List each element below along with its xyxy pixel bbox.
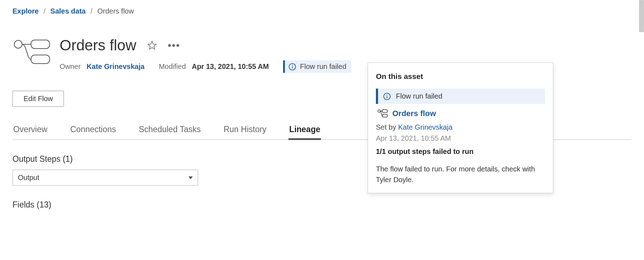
- svg-rect-13: [382, 114, 387, 117]
- popover-status-text: Flow run failed: [396, 92, 442, 100]
- favorite-star-icon[interactable]: [147, 40, 157, 50]
- svg-rect-1: [31, 40, 50, 49]
- svg-rect-12: [382, 110, 387, 112]
- tab-connections[interactable]: Connections: [70, 125, 117, 139]
- breadcrumb: Explore / Sales data / Orders flow: [12, 7, 632, 15]
- svg-rect-2: [31, 55, 50, 64]
- status-chip-text: Flow run failed: [300, 62, 346, 71]
- flow-icon: [377, 109, 388, 118]
- chevron-down-icon: [188, 176, 193, 179]
- modified-value: Apr 13, 2021, 10:55 AM: [192, 62, 269, 70]
- tab-overview[interactable]: Overview: [12, 125, 48, 139]
- breadcrumb-parent[interactable]: Sales data: [50, 7, 86, 15]
- popover-summary: 1/1 output steps failed to run: [376, 148, 545, 156]
- popover-status-row[interactable]: Flow run failed: [376, 89, 545, 104]
- owner-block: Owner Kate Grinevskaja: [60, 62, 145, 71]
- modified-block: Modified Apr 13, 2021, 10:55 AM: [159, 62, 269, 71]
- asset-warning-popover: On this asset Flow run failed Orders flo…: [368, 62, 553, 193]
- output-steps-select[interactable]: Output: [12, 170, 198, 186]
- modified-label: Modified: [159, 62, 186, 70]
- status-chip[interactable]: Flow run failed: [283, 60, 351, 73]
- svg-point-7: [292, 65, 293, 65]
- popover-set-by-label: Set by: [376, 123, 398, 131]
- breadcrumb-separator: /: [91, 7, 93, 15]
- popover-heading: On this asset: [376, 72, 545, 81]
- breadcrumb-current: Orders flow: [97, 7, 134, 15]
- fields-heading: Fields (13): [12, 200, 632, 210]
- breadcrumb-separator: /: [44, 7, 46, 15]
- flow-icon: [12, 37, 52, 67]
- info-icon: [383, 92, 391, 100]
- owner-label: Owner: [60, 62, 81, 70]
- popover-set-by: Set by Kate Grinevskaja: [376, 123, 545, 131]
- page-title: Orders flow: [60, 37, 136, 54]
- owner-link[interactable]: Kate Grinevskaja: [87, 62, 145, 70]
- popover-flow-link[interactable]: Orders flow: [392, 109, 436, 118]
- tab-scheduled-tasks[interactable]: Scheduled Tasks: [138, 125, 201, 139]
- svg-marker-4: [148, 41, 156, 49]
- popover-body: The flow failed to run. For more details…: [376, 164, 545, 185]
- info-icon: [288, 63, 296, 71]
- svg-point-11: [378, 110, 381, 112]
- svg-point-0: [14, 40, 22, 48]
- popover-set-by-link[interactable]: Kate Grinevskaja: [398, 123, 452, 131]
- edit-flow-button[interactable]: Edit Flow: [12, 91, 64, 107]
- breadcrumb-root[interactable]: Explore: [12, 7, 39, 15]
- svg-point-10: [387, 94, 387, 95]
- tab-run-history[interactable]: Run History: [223, 125, 267, 139]
- popover-date: Apr 13, 2021, 10:55 AM: [376, 134, 545, 142]
- output-steps-selected-value: Output: [18, 174, 39, 182]
- tab-lineage[interactable]: Lineage: [288, 125, 321, 139]
- more-actions-icon[interactable]: •••: [168, 40, 180, 50]
- scrollbar-thumb[interactable]: [639, 0, 644, 32]
